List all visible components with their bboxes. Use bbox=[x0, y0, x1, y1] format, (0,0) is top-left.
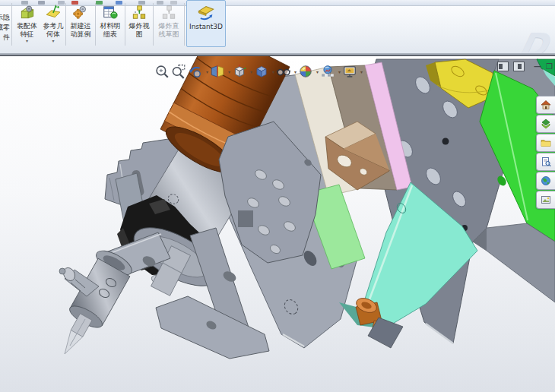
zoom-to-area-icon[interactable] bbox=[171, 64, 186, 79]
assembly-model bbox=[0, 56, 555, 392]
photo-icon bbox=[541, 194, 551, 205]
graphics-area[interactable]: ▾ ▾ ▾ ▾ ▾ ▾ ▾ bbox=[0, 56, 555, 392]
toolbar-separator bbox=[65, 3, 66, 46]
toolbar-button-reference-geometry[interactable]: 参考几何体 ▾ bbox=[42, 0, 65, 47]
tab-design-library[interactable] bbox=[536, 115, 555, 133]
hide-show-items-icon[interactable] bbox=[276, 64, 291, 79]
view-orientation-icon[interactable] bbox=[232, 64, 247, 79]
toolbar-button-assembly-features[interactable]: 装配体特征 ▾ bbox=[13, 0, 41, 47]
dropdown-caret[interactable]: ▾ bbox=[338, 69, 341, 74]
dropdown-caret[interactable]: ▾ bbox=[272, 69, 274, 74]
bom-table-icon bbox=[102, 2, 119, 22]
minimize-button[interactable]: — bbox=[534, 63, 541, 71]
toolbar-separator bbox=[95, 3, 96, 46]
motion-study-icon bbox=[72, 2, 89, 22]
button-label: 装配体特征 bbox=[17, 22, 37, 38]
pane-layout-left-button[interactable] bbox=[497, 62, 509, 71]
button-label: Instant3D bbox=[189, 23, 223, 31]
home-icon bbox=[541, 100, 551, 110]
toolbar-button-show-hide-components[interactable]: 显示隐 藏零 件 bbox=[0, 6, 11, 53]
pane-layout-right-button[interactable] bbox=[513, 62, 525, 71]
globe-icon bbox=[541, 175, 551, 186]
tab-file-explorer[interactable] bbox=[536, 134, 555, 152]
dropdown-caret: ▾ bbox=[26, 39, 28, 43]
restore-button[interactable]: ❐ bbox=[546, 63, 553, 71]
tab-appearances[interactable] bbox=[536, 191, 555, 209]
apply-scene-icon[interactable] bbox=[320, 64, 335, 79]
section-view-icon[interactable] bbox=[210, 64, 225, 79]
zoom-to-fit-icon[interactable] bbox=[154, 64, 170, 79]
dropdown-caret[interactable]: ▾ bbox=[294, 69, 297, 74]
toolbar-button-instant3d[interactable]: Instant3D bbox=[186, 0, 226, 47]
toolbar-separator bbox=[153, 3, 154, 46]
document-window-controls: — ❐ ✕ bbox=[497, 62, 555, 71]
explode-line-sketch-icon bbox=[160, 2, 177, 22]
instant3d-icon bbox=[197, 3, 215, 23]
bracket-notch bbox=[238, 210, 253, 227]
solidworks-window: { "window": { "watermark": "D" }, "toolb… bbox=[0, 0, 555, 392]
dropdown-caret[interactable]: ▾ bbox=[206, 69, 208, 74]
toolbar-button-explode-line-sketch[interactable]: 爆炸直线草图 bbox=[154, 0, 183, 47]
dropdown-caret[interactable]: ▾ bbox=[250, 69, 252, 74]
display-style-icon[interactable] bbox=[254, 64, 269, 79]
task-pane-strip bbox=[536, 96, 555, 210]
button-label: 材料明细表 bbox=[100, 22, 121, 38]
assembly-features-icon bbox=[19, 2, 36, 22]
drill-bit[interactable] bbox=[65, 314, 92, 354]
button-label: 显示隐 藏零 件 bbox=[0, 13, 10, 43]
toolbar-separator bbox=[11, 3, 12, 46]
toolbar-button-bill-of-materials[interactable]: 材料明细表 bbox=[97, 0, 124, 47]
button-label: 参考几何体 bbox=[43, 22, 64, 38]
dropdown-caret: ▾ bbox=[52, 39, 54, 43]
drill-chuck-group bbox=[59, 246, 135, 354]
button-label: 爆炸直线草图 bbox=[159, 22, 179, 38]
toolbar-separator bbox=[184, 3, 185, 46]
dropdown-caret[interactable]: ▾ bbox=[316, 69, 319, 74]
heads-up-view-toolbar: ▾ ▾ ▾ ▾ ▾ ▾ ▾ bbox=[154, 63, 364, 80]
toolbar-separator bbox=[125, 3, 125, 46]
tab-search[interactable] bbox=[536, 153, 555, 171]
exploded-view-icon bbox=[131, 2, 147, 22]
previous-view-icon[interactable] bbox=[188, 64, 203, 79]
folder-icon bbox=[541, 138, 551, 148]
button-label: 新建运动算例 bbox=[71, 22, 91, 38]
dropdown-caret[interactable]: ▾ bbox=[360, 69, 363, 74]
view-settings-icon[interactable] bbox=[342, 64, 357, 79]
toolbar-button-exploded-view[interactable]: 爆炸视图 bbox=[126, 0, 152, 47]
button-label: 爆炸视图 bbox=[129, 22, 150, 38]
tab-view-palette[interactable] bbox=[536, 172, 555, 190]
search-doc-icon bbox=[541, 156, 551, 167]
design-library-icon bbox=[541, 119, 551, 129]
reference-geometry-icon bbox=[45, 2, 62, 22]
dropdown-caret[interactable]: ▾ bbox=[228, 69, 230, 74]
edit-appearance-icon[interactable] bbox=[298, 64, 313, 79]
tab-solidworks-resources[interactable] bbox=[536, 96, 555, 114]
toolbar-button-new-motion-study[interactable]: 新建运动算例 bbox=[67, 0, 94, 47]
